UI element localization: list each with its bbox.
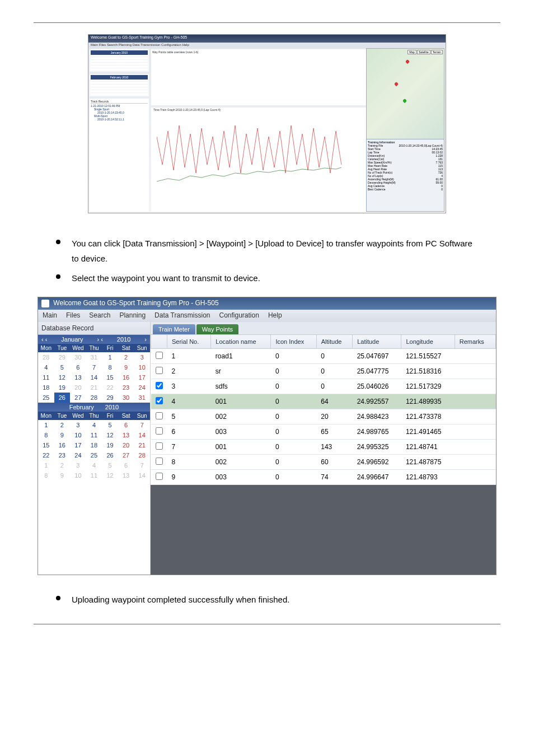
menu-data-transmission[interactable]: Data Transmission	[154, 311, 210, 320]
cal-day[interactable]: 9	[54, 470, 71, 480]
cal-day[interactable]: 31	[134, 393, 150, 403]
cal-day[interactable]: 10	[134, 362, 150, 372]
cal-day[interactable]: 19	[54, 382, 71, 393]
cal-day[interactable]: 6	[70, 362, 86, 372]
cal-day[interactable]: 16	[54, 440, 71, 450]
cal-day[interactable]: 6	[118, 420, 134, 430]
row-checkbox[interactable]	[156, 382, 163, 389]
cal-day[interactable]: 17	[70, 440, 86, 450]
col-latitude[interactable]: Latitude	[353, 335, 401, 349]
cal-day[interactable]: 3	[70, 460, 86, 470]
menu-search[interactable]: Search	[89, 311, 110, 320]
cal-day[interactable]: 15	[102, 372, 118, 382]
cal-day[interactable]: 20	[70, 382, 86, 393]
cal-day[interactable]: 29	[54, 352, 71, 362]
cal-day[interactable]: 2	[54, 420, 71, 430]
cal-day[interactable]: 18	[86, 440, 102, 450]
cal-day[interactable]: 18	[38, 382, 54, 393]
tab-train-meter[interactable]: Train Meter	[153, 324, 195, 334]
cal-day[interactable]: 4	[86, 420, 102, 430]
cal-day[interactable]: 27	[118, 450, 134, 460]
cal-day[interactable]: 13	[118, 430, 134, 440]
cal-day[interactable]: 23	[118, 382, 134, 393]
col-icon[interactable]: Icon Index	[271, 335, 316, 349]
cal-day[interactable]: 3	[134, 352, 150, 362]
row-checkbox[interactable]	[156, 397, 163, 404]
cal-day[interactable]: 2	[54, 460, 71, 470]
cal-day[interactable]: 11	[38, 372, 54, 382]
cal-next-icon[interactable]: ›	[144, 336, 147, 343]
row-checkbox[interactable]	[156, 458, 163, 465]
cal-day[interactable]: 31	[86, 352, 102, 362]
table-row[interactable]: 3sdfs0025.046026121.517329	[151, 379, 496, 394]
cal-day[interactable]: 24	[70, 450, 86, 460]
cal-day[interactable]: 3	[70, 420, 86, 430]
cal-day[interactable]: 27	[70, 393, 86, 403]
cal-day[interactable]: 10	[70, 470, 86, 480]
cal-day[interactable]: 7	[134, 420, 150, 430]
cal-day[interactable]: 8	[102, 362, 118, 372]
cal-day[interactable]: 21	[134, 440, 150, 450]
cal-day[interactable]: 11	[86, 470, 102, 480]
table-row[interactable]: 600306524.989765121.491465	[151, 424, 496, 440]
cal-day[interactable]: 1	[102, 352, 118, 362]
row-checkbox[interactable]	[156, 412, 163, 419]
cal-day[interactable]: 21	[86, 382, 102, 393]
cal-prev-icon[interactable]: ‹ ‹	[41, 336, 47, 343]
cal-day[interactable]: 25	[86, 450, 102, 460]
menu-files[interactable]: Files	[66, 311, 80, 320]
cal-day[interactable]: 12	[54, 372, 71, 382]
table-row[interactable]: 500202024.988423121.473378	[151, 409, 496, 424]
cal-day[interactable]: 13	[118, 470, 134, 480]
cal-day[interactable]: 16	[118, 372, 134, 382]
cal-day[interactable]: 4	[86, 460, 102, 470]
cal-day[interactable]: 2	[118, 352, 134, 362]
cal-day[interactable]: 11	[86, 430, 102, 440]
cal-day[interactable]: 22	[38, 450, 54, 460]
cal-day[interactable]: 26	[54, 393, 71, 403]
table-row[interactable]: 2sr0025.047775121.518316	[151, 364, 496, 379]
table-row[interactable]: 900307424.996647121.48793	[151, 470, 496, 485]
cal-day[interactable]: 20	[118, 440, 134, 450]
menu-planning[interactable]: Planning	[119, 311, 146, 320]
cal-day[interactable]: 14	[134, 470, 150, 480]
cal-day[interactable]: 12	[102, 430, 118, 440]
cal-day[interactable]: 9	[118, 362, 134, 372]
cal-day[interactable]: 8	[38, 430, 54, 440]
col-remarks[interactable]: Remarks	[455, 335, 495, 349]
row-checkbox[interactable]	[156, 473, 163, 480]
menubar[interactable]: MainFilesSearchPlanningData Transmission…	[38, 310, 496, 322]
cal-day[interactable]: 14	[86, 372, 102, 382]
cal-day[interactable]: 28	[86, 393, 102, 403]
row-checkbox[interactable]	[156, 367, 163, 374]
cal-day[interactable]: 25	[38, 393, 54, 403]
menu-configuration[interactable]: Configuration	[219, 311, 259, 320]
cal-day[interactable]: 23	[54, 450, 71, 460]
cal-day[interactable]: 30	[118, 393, 134, 403]
cal-day[interactable]: 4	[38, 362, 54, 372]
col-altitude[interactable]: Altitude	[316, 335, 352, 349]
cal-day[interactable]: 6	[118, 460, 134, 470]
cal-day[interactable]: 5	[102, 460, 118, 470]
cal-day[interactable]: 15	[38, 440, 54, 450]
table-row[interactable]: 1road10025.047697121.515527	[151, 349, 496, 364]
row-checkbox[interactable]	[156, 427, 163, 435]
cal-day[interactable]: 12	[102, 470, 118, 480]
table-row[interactable]: 7001014324.995325121.48741	[151, 440, 496, 455]
cal-day[interactable]: 29	[102, 393, 118, 403]
cal-day[interactable]: 9	[54, 430, 71, 440]
col-longitude[interactable]: Longitude	[401, 335, 455, 349]
cal-day[interactable]: 30	[70, 352, 86, 362]
menu-help[interactable]: Help	[268, 311, 282, 320]
col-serial[interactable]: Serial No.	[167, 335, 211, 349]
cal-day[interactable]: 22	[102, 382, 118, 393]
cal-day[interactable]: 1	[38, 460, 54, 470]
calendar-january[interactable]: ‹ ‹ January › ‹ 2010 › MonTueWedThuFriSa…	[38, 335, 150, 403]
cal-day[interactable]: 5	[54, 362, 71, 372]
menu-main[interactable]: Main	[43, 311, 57, 320]
cal-day[interactable]: 8	[38, 470, 54, 480]
cal-day[interactable]: 14	[134, 430, 150, 440]
col-location[interactable]: Location name	[211, 335, 271, 349]
tab-way-points[interactable]: Way Points	[196, 324, 238, 334]
row-checkbox[interactable]	[156, 442, 163, 450]
